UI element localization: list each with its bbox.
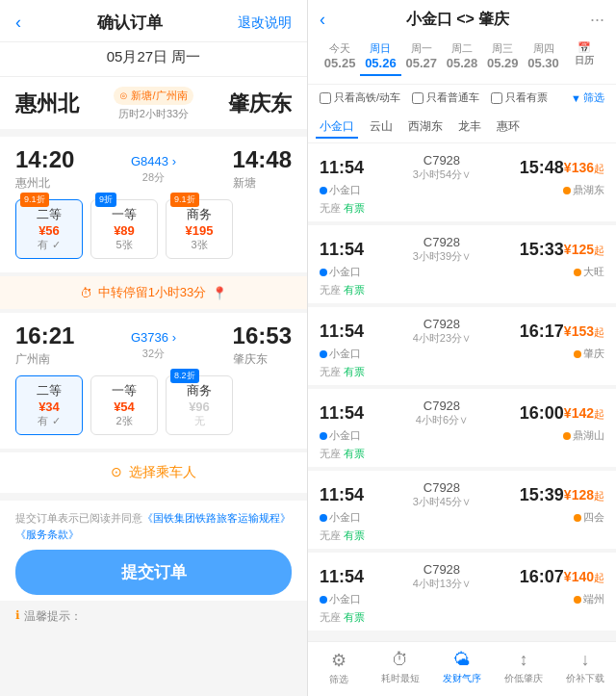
train-0-depart: 11:54 (320, 158, 364, 178)
back-icon[interactable]: ‹ (15, 13, 21, 33)
train-3-center: C7928 4小时6分∨ (364, 399, 520, 427)
date-tab-2[interactable]: 周一 05.27 (401, 38, 442, 76)
train-item-0[interactable]: 11:54 C7928 3小时54分∨ 15:48 ¥136起 小金口 鼎湖东 … (308, 143, 616, 221)
filter-button[interactable]: ▼ 筛选 (571, 90, 604, 105)
date-tab-1[interactable]: 周日 05.26 (360, 38, 400, 76)
seg2-ticket-biz[interactable]: 8.2折 商务 ¥96 无 (166, 375, 233, 435)
date-tab-cal[interactable]: 📅 日历 (564, 38, 604, 76)
nav-shortest[interactable]: ⏱ 耗时最短 (370, 648, 431, 688)
seg1-duration: 28分 (142, 170, 165, 185)
right-more-icon[interactable]: ··· (590, 10, 604, 30)
dot-orange-0 (563, 187, 571, 194)
date-tab-2-date: 05.27 (403, 56, 440, 70)
train-5-avail: 无座 有票 (320, 610, 604, 625)
dot-blue-2 (320, 350, 327, 358)
station-tab-1[interactable]: 云山 (366, 116, 397, 139)
warn-icon: ℹ (15, 608, 20, 622)
train-1-center: C7928 3小时39分∨ (364, 235, 520, 264)
train-1-from: 小金口 (320, 265, 361, 279)
train-5-to: 端州 (574, 592, 604, 606)
train-0-dur: 3小时54分∨ (413, 168, 471, 182)
train-2-arr: 16:17 (520, 322, 564, 342)
seg2-1st-class: 一等 (101, 382, 147, 400)
date-tab-5[interactable]: 周四 05.30 (523, 38, 563, 76)
filter-icon: ▼ (571, 92, 581, 104)
train-2-depart: 11:54 (320, 322, 364, 342)
train-5-have: 有票 (344, 611, 365, 623)
train-3-stations: 小金口 鼎湖山 (320, 428, 604, 443)
filter-ticket-label: 只看有票 (505, 90, 548, 105)
train-1-stations: 小金口 大旺 (320, 265, 604, 279)
date-tab-4[interactable]: 周三 05.29 (482, 38, 523, 76)
terms-link-2[interactable]: 《服务条款》 (15, 528, 79, 540)
to-city: 肇庆东 (228, 90, 292, 118)
train-1-num: C7928 (424, 235, 460, 249)
seg1-2nd-price: ¥56 (26, 223, 72, 238)
date-tab-4-day: 周三 (484, 41, 521, 56)
filter-ticket[interactable]: 只看有票 (491, 90, 548, 105)
train-0-to: 鼎湖东 (563, 183, 604, 197)
train-item-2[interactable]: 11:54 C7928 4小时23分∨ 16:17 ¥153起 小金口 肇庆 无… (308, 307, 616, 385)
submit-button[interactable]: 提交订单 (15, 550, 292, 595)
train-4-stations: 小金口 四会 (320, 510, 604, 525)
nav-price-zq[interactable]: ↕ 价低肇庆 (493, 648, 554, 688)
nav-price-down-icon: ↓ (581, 650, 590, 670)
filter-gaotie-check[interactable] (320, 92, 331, 104)
terms-link-1[interactable]: 《国铁集团铁路旅客运输规程》 (142, 512, 291, 524)
seg1-middle: G8443 › 28分 (131, 154, 176, 185)
page-title: 确认订单 (97, 12, 163, 34)
seg1-ticket-1st[interactable]: 9折 一等 ¥89 5张 (90, 199, 158, 259)
filter-normal-check[interactable] (412, 92, 424, 104)
train-item-1[interactable]: 11:54 C7928 3小时39分∨ 15:33 ¥125起 小金口 大旺 无… (308, 225, 616, 303)
dot-orange-2 (574, 350, 581, 358)
filter-ticket-check[interactable] (491, 92, 502, 104)
train-2-no-seat: 无座 (320, 366, 341, 377)
seg1-train[interactable]: G8443 › (131, 154, 176, 168)
nav-price-zq-icon: ↕ (520, 650, 528, 670)
seg2-biz-class: 商务 (176, 382, 222, 400)
route-info: 惠州北 ⊙ 新塘/广州南 历时2小时33分 肇庆东 (0, 77, 307, 129)
seg2-2nd-price: ¥34 (26, 400, 72, 414)
seg2-2nd-avail: 有 ✓ (26, 414, 72, 428)
seg1-ticket-biz[interactable]: 9.1折 商务 ¥195 3张 (166, 199, 233, 259)
refund-link[interactable]: 退改说明 (238, 14, 292, 32)
station-tab-0[interactable]: 小金口 (316, 116, 358, 139)
date-tab-1-day: 周日 (362, 41, 398, 56)
passenger-icon: ⊙ (111, 464, 122, 479)
train-4-arr: 15:39 (520, 485, 564, 505)
train-1-no-seat: 无座 (320, 284, 341, 296)
filter-gaotie[interactable]: 只看高铁/动车 (320, 90, 400, 105)
seg2-row: 16:21 广州南 G3736 › 32分 16:53 肇庆东 (15, 322, 292, 368)
nav-filter[interactable]: ⚙ 筛选 (308, 648, 370, 688)
seg2-depart: 16:21 广州南 (15, 322, 74, 368)
station-tab-2[interactable]: 西湖东 (404, 116, 447, 139)
seg1-ticket-options: 9.1折 二等 ¥56 有 ✓ 9折 一等 ¥89 5张 9.1折 商务 ¥19… (15, 192, 292, 263)
date-tab-0-day: 今天 (321, 41, 358, 56)
train-5-from: 小金口 (320, 592, 361, 606)
nav-price-down[interactable]: ↓ 价补下载 (554, 648, 616, 688)
date-tab-0[interactable]: 今天 05.25 (320, 38, 360, 76)
via-station: ⊙ 新塘/广州南 (114, 87, 192, 105)
filter-normal[interactable]: 只看普通车 (412, 90, 479, 105)
date-tab-3[interactable]: 周二 05.28 (442, 38, 482, 76)
train-2-dur: 4小时23分∨ (413, 331, 471, 346)
passenger-section[interactable]: ⊙ 选择乘车人 (0, 452, 307, 493)
station-tab-4[interactable]: 惠环 (493, 116, 524, 139)
train-item-5[interactable]: 11:54 C7928 4小时13分∨ 16:07 ¥140起 小金口 端州 无… (308, 553, 616, 631)
filter-gaotie-label: 只看高铁/动车 (334, 90, 400, 105)
seg2-ticket-1st[interactable]: 一等 ¥54 2张 (90, 375, 158, 435)
nav-depart-icon: 🌤 (453, 650, 471, 670)
seg2-biz-avail: 无 (176, 414, 222, 428)
station-tab-3[interactable]: 龙丰 (454, 116, 485, 139)
seg2-ticket-2nd[interactable]: 二等 ¥34 有 ✓ (15, 375, 83, 435)
train-item-3[interactable]: 11:54 C7928 4小时6分∨ 16:00 ¥142起 小金口 鼎湖山 无… (308, 389, 616, 467)
train-1-have: 有票 (344, 284, 365, 296)
train-item-4[interactable]: 11:54 C7928 3小时45分∨ 15:39 ¥128起 小金口 四会 无… (308, 471, 616, 549)
train-0-price: ¥136起 (564, 160, 604, 176)
train-1-row: 11:54 C7928 3小时39分∨ 15:33 ¥125起 (320, 235, 604, 264)
right-back-icon[interactable]: ‹ (320, 10, 325, 30)
seg1-ticket-2nd[interactable]: 9.1折 二等 ¥56 有 ✓ (15, 199, 83, 259)
nav-depart[interactable]: 🌤 发财气序 (431, 648, 493, 688)
train-3-price: ¥142起 (564, 405, 604, 422)
seg2-train[interactable]: G3736 › (131, 330, 176, 345)
